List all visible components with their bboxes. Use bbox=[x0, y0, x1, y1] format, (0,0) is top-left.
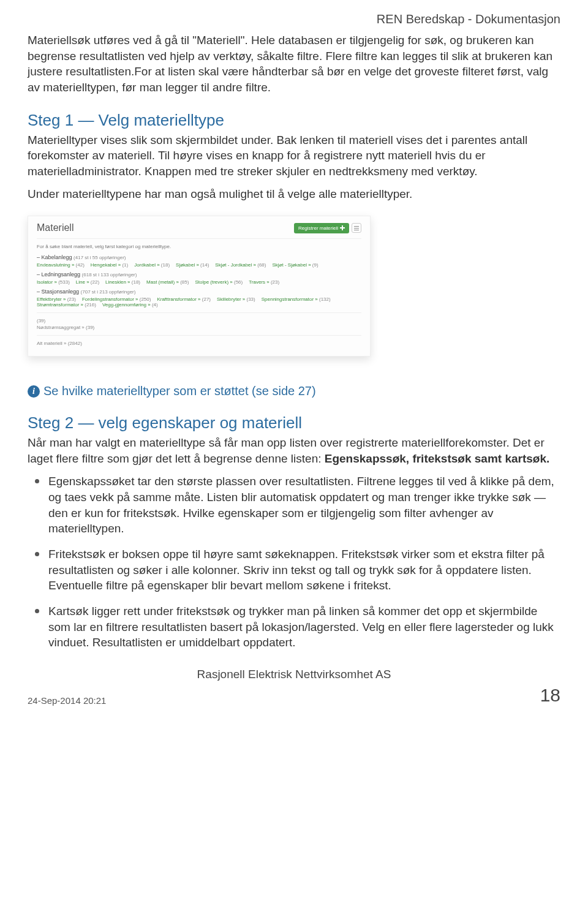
mock-cat-ledningsanlegg: – Ledningsanlegg (618 st i 133 oppføring… bbox=[37, 271, 361, 285]
intro-paragraph: Materiellsøk utføres ved å gå til "Mater… bbox=[28, 32, 560, 96]
mock-subtype-link[interactable]: Endeavslutning » (42) bbox=[37, 262, 85, 268]
register-btn-label: Registrer materiell bbox=[298, 225, 338, 231]
step2-bullet-list: Egenskapssøket tar den største plassen o… bbox=[28, 474, 560, 650]
mock-agg[interactable]: Nødstrømsaggregat » (39) bbox=[37, 325, 94, 330]
mock-subtype-link[interactable]: Skillebryter » (33) bbox=[217, 296, 255, 302]
step1-text2: Under materielltypene har man også mulig… bbox=[28, 186, 560, 202]
mock-all-materiell[interactable]: Alt materiell » (2842) bbox=[37, 341, 82, 346]
footer-date: 24-Sep-2014 20:21 bbox=[28, 695, 106, 706]
bullet-fritekstsok: Fritekstsøk er boksen oppe til høyre sam… bbox=[48, 546, 560, 594]
mock-title: Materiell bbox=[37, 222, 74, 233]
mock-subtype-link[interactable]: Hengekabel » (1) bbox=[91, 262, 128, 268]
mock-subtype-link[interactable]: Isolator » (533) bbox=[37, 279, 70, 285]
mock-subtype-link[interactable]: Spenningstransformator » (132) bbox=[262, 296, 331, 302]
info-icon: i bbox=[28, 385, 40, 398]
bullet-kartsok: Kartsøk ligger rett under fritekstsøk og… bbox=[48, 603, 560, 651]
mock-subtype-link[interactable]: Linesklen » (18) bbox=[105, 279, 140, 285]
step2-text: Når man har valgt en materielltype så få… bbox=[28, 435, 560, 466]
step2-heading: Steg 2 — velg egenskaper og materiell bbox=[28, 414, 560, 432]
mock-subtype-link[interactable]: Krafttransformator » (27) bbox=[157, 296, 211, 302]
mock-subtype-link[interactable]: Sjøkabel » (14) bbox=[176, 262, 209, 268]
hamburger-menu-button[interactable] bbox=[352, 223, 361, 233]
document-page: REN Beredskap - Dokumentasjon Materiells… bbox=[0, 0, 588, 914]
mock-subtype-link[interactable]: Jordkabel » (18) bbox=[134, 262, 170, 268]
mock-subtype-link[interactable]: Line » (22) bbox=[76, 279, 99, 285]
mock-aggregate-link[interactable]: (39) bbox=[37, 318, 361, 323]
mock-subtype-link[interactable]: Fordelingstransformator » (250) bbox=[82, 296, 151, 302]
mock-subtype-link[interactable]: Travers » (23) bbox=[249, 279, 279, 285]
doc-header: REN Beredskap - Dokumentasjon bbox=[28, 12, 560, 26]
info-note: i Se hvilke materielltyper som er støtte… bbox=[28, 384, 560, 398]
mock-cat-kabelanlegg: – Kabelanlegg (417 st i 55 oppføringer) … bbox=[37, 254, 361, 268]
bullet-egenskapssok: Egenskapssøket tar den største plassen o… bbox=[48, 474, 560, 537]
footer-company: Rasjonell Elektrisk Nettvirksomhet AS bbox=[28, 668, 560, 681]
step1-text1: Materielltyper vises slik som skjermbild… bbox=[28, 132, 560, 179]
mock-subtype-link[interactable]: Skjøt - Sjøkabel » (9) bbox=[272, 262, 318, 268]
mock-cat-stasjonsanlegg: – Stasjonsanlegg (707 st i 213 oppføring… bbox=[37, 289, 361, 308]
mock-subtype-link[interactable]: Strømtransformator » (216) bbox=[37, 302, 96, 308]
materiell-screenshot: Materiell Registrer materiell For å søke… bbox=[28, 216, 371, 357]
mock-subtype-link[interactable]: Stolpe (treverk) » (56) bbox=[195, 279, 243, 285]
plus-icon bbox=[340, 225, 345, 230]
step1-heading: Steg 1 — Velg materielltype bbox=[28, 111, 560, 130]
mock-subtype-link[interactable]: Mast (metall) » (85) bbox=[146, 279, 189, 285]
info-link[interactable]: Se hvilke materielltyper som er støttet … bbox=[43, 384, 316, 398]
mock-subtype-link[interactable]: Effektbryter » (23) bbox=[37, 296, 76, 302]
mock-instruction: For å søke blant materiell, velg først k… bbox=[37, 244, 361, 249]
footer-page-number: 18 bbox=[540, 685, 560, 706]
mock-subtype-link[interactable]: Vegg-gjennomføring » (4) bbox=[102, 302, 158, 308]
mock-subtype-link[interactable]: Skjøt - Jordkabel » (68) bbox=[215, 262, 266, 268]
register-materiell-button[interactable]: Registrer materiell bbox=[294, 223, 349, 233]
